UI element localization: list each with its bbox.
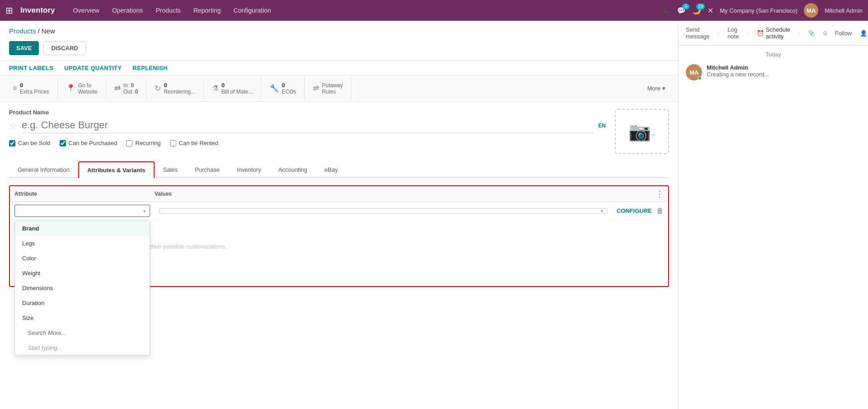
navbar-menu-reporting[interactable]: Reporting (188, 4, 226, 17)
reordering-label: Reordering... (164, 89, 195, 95)
save-button[interactable]: SAVE (9, 41, 39, 55)
navbar-right: 📞 💬 5 🌙 29 ✕ My Company (San Francisco) … (661, 3, 863, 18)
phone-icon[interactable]: 📞 (661, 6, 670, 15)
bom-count: 0 (222, 82, 253, 89)
checkboxes-row: Can be Sold Can be Purchased Recurring (9, 140, 606, 146)
log-note-button[interactable]: Log note (727, 26, 739, 40)
moon-icon[interactable]: 🌙 29 (692, 6, 701, 15)
chat-icon[interactable]: 💬 5 (677, 6, 686, 15)
bom-button[interactable]: ⚗ 0 Bill of Mate... (204, 77, 261, 99)
attribute-dropdown-arrow-icon: ▾ (143, 208, 146, 214)
dropdown-item-size[interactable]: Size (15, 310, 150, 325)
tabs-row: General Information Attributes & Variant… (9, 161, 669, 178)
apps-icon[interactable]: ⊞ (5, 5, 13, 16)
tab-inventory[interactable]: Inventory (228, 161, 269, 178)
reordering-count: 0 (164, 82, 195, 89)
close-icon[interactable]: ✕ (708, 6, 713, 15)
replenish-link[interactable]: REPLENISH (132, 65, 167, 71)
reordering-button[interactable]: ↻ 0 Reordering... (146, 77, 203, 99)
form-row: Product Name ☆ EN Can be Sold Can (9, 109, 669, 154)
out-label: Out: 0 (123, 89, 138, 95)
navbar: ⊞ Inventory Overview Operations Products… (0, 0, 868, 21)
print-labels-link[interactable]: PRINT LABELS (9, 65, 53, 71)
navbar-username: Mitchell Admin (825, 7, 863, 14)
avatar[interactable]: MA (804, 3, 818, 18)
schedule-label: Schedule activity (766, 26, 790, 40)
discard-button[interactable]: DISCARD (43, 41, 85, 55)
ecos-button[interactable]: 🔧 0 ECOs (261, 77, 305, 99)
can-be-rented-checkbox[interactable]: Can be Rented (170, 140, 218, 146)
can-be-purchased-checkbox[interactable]: Can be Purchased (60, 140, 118, 146)
navbar-menu-products[interactable]: Products (150, 4, 186, 17)
right-panel: Send message | Log note | ⏰ Schedule act… (678, 21, 868, 409)
product-name-input[interactable] (22, 118, 594, 133)
recurring-checkbox[interactable]: Recurring (126, 140, 160, 146)
main-layout: Products / New SAVE DISCARD PRINT LABELS… (0, 21, 868, 409)
message-text: Creating a new record... (707, 71, 861, 78)
tab-general-information[interactable]: General Information (9, 161, 78, 178)
today-label: Today (686, 51, 861, 58)
recurring-label: Recurring (135, 140, 160, 146)
can-be-sold-checkbox[interactable]: Can be Sold (9, 140, 51, 146)
ecos-count: 0 (282, 82, 296, 89)
navbar-menu-overview[interactable]: Overview (68, 4, 105, 17)
configure-link[interactable]: CONFIGURE (617, 207, 652, 214)
breadcrumb-parent[interactable]: Products (9, 27, 36, 35)
dropdown-item-dimensions[interactable]: Dimensions (15, 281, 150, 296)
go-to-website-label2: Website (78, 89, 98, 95)
lang-badge[interactable]: EN (598, 122, 606, 129)
delete-icon[interactable]: 🗑 (656, 207, 664, 215)
navbar-brand[interactable]: Inventory (20, 6, 55, 15)
extra-prices-button[interactable]: ≡ 0 Extra Prices (5, 77, 58, 99)
transfers-button[interactable]: ⇄ In: 0 Out: 0 (106, 78, 147, 99)
dropdown-item-weight[interactable]: Weight (15, 266, 150, 281)
putaway-rules-button[interactable]: ⇌ Putaway Rules (305, 78, 351, 99)
tab-ebay[interactable]: eBay (316, 161, 347, 178)
navbar-menu: Overview Operations Products Reporting C… (68, 4, 658, 17)
chatter-area: Today MA Mitchell Admin Creating a new r… (679, 46, 868, 409)
form-main: Product Name ☆ EN Can be Sold Can (9, 109, 606, 146)
tab-attributes-variants[interactable]: Attributes & Variants (78, 161, 155, 178)
more-chevron-icon: ▾ (662, 85, 665, 92)
more-button[interactable]: More ▾ (639, 80, 674, 96)
tab-sales[interactable]: Sales (155, 161, 187, 178)
bom-label: Bill of Mate... (222, 89, 253, 95)
dropdown-item-brand[interactable]: Brand (15, 221, 150, 236)
breadcrumb-separator: / (38, 27, 41, 35)
update-quantity-link[interactable]: UPDATE QUANTITY (64, 65, 122, 71)
attribute-input[interactable] (19, 207, 121, 214)
bom-icon: ⚗ (212, 84, 219, 93)
dropdown-item-legs[interactable]: Legs (15, 236, 150, 251)
navbar-menu-configuration[interactable]: Configuration (228, 4, 276, 17)
dropdown-item-search-more[interactable]: Search More... (15, 325, 150, 340)
can-be-sold-label: Can be Sold (18, 140, 51, 146)
ecos-icon: 🔧 (269, 84, 279, 93)
navbar-menu-operations[interactable]: Operations (107, 4, 148, 17)
message-avatar: MA (686, 64, 702, 80)
options-icon[interactable]: ⋮ (656, 189, 664, 199)
dropdown-item-color[interactable]: Color (15, 251, 150, 266)
send-message-button[interactable]: Send message (686, 26, 710, 40)
dropdown-item-duration[interactable]: Duration (15, 296, 150, 310)
attribute-dropdown[interactable]: ▾ (14, 205, 150, 217)
tab-purchase[interactable]: Purchase (186, 161, 228, 178)
follow-button[interactable]: Follow (835, 30, 852, 37)
tab-accounting[interactable]: Accounting (269, 161, 316, 178)
message-author: Mitchell Admin (707, 64, 861, 71)
attribute-dropdown-list: Brand Legs Color Weight Dimensions Durat… (14, 221, 150, 356)
moon-badge: 29 (696, 4, 705, 9)
chat-badge: 5 (682, 4, 689, 9)
breadcrumb-current: New (42, 27, 55, 35)
schedule-activity-button[interactable]: ⏰ Schedule activity (757, 26, 790, 40)
smart-buttons-row: ≡ 0 Extra Prices 📍 Go to Website ⇄ In: 0… (0, 75, 678, 102)
values-col-header: Values (155, 191, 172, 197)
product-name-row: ☆ EN (9, 118, 606, 133)
favorite-star-icon[interactable]: ☆ (9, 120, 17, 131)
extra-prices-icon: ≡ (13, 84, 17, 93)
product-image-box[interactable]: 📷+ (615, 109, 669, 154)
message-body: Mitchell Admin Creating a new record... (707, 64, 861, 80)
go-to-website-button[interactable]: 📍 Go to Website (58, 78, 106, 99)
values-dropdown[interactable]: ▾ (159, 208, 608, 214)
paperclip-icon[interactable]: 📎 (808, 30, 815, 37)
people-icon[interactable]: 👤 (860, 30, 867, 37)
